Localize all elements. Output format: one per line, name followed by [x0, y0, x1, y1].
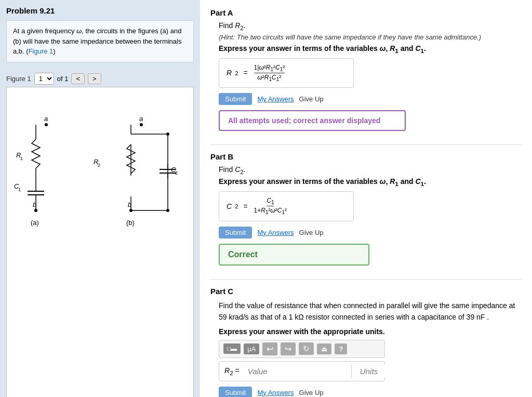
- figure-box: a b R 1 C 1: [6, 87, 194, 398]
- part-c-value-input[interactable]: [244, 365, 352, 378]
- part-c-section: Part C Find the value of resistance that…: [210, 287, 522, 397]
- part-a-my-answers-link[interactable]: My Answers: [257, 95, 294, 103]
- part-a-answer-box: R2 = 1|ω²R1²C1² ω²R1C1²: [219, 58, 354, 88]
- next-figure-button[interactable]: >: [88, 73, 101, 84]
- part-b-correct-box: Correct: [219, 244, 369, 266]
- svg-text:a: a: [44, 115, 48, 123]
- refresh-button[interactable]: ↻: [299, 342, 314, 355]
- svg-text:(b): (b): [126, 219, 135, 227]
- part-b-formula: C2 = C1 1+R1²ω²C1²: [227, 197, 346, 216]
- part-b-title: Part B: [210, 152, 522, 161]
- part-a-title: Part A: [210, 8, 522, 17]
- matrix-button[interactable]: □▬: [223, 343, 241, 354]
- figure-controls: Figure 1 1 of 1 < >: [6, 68, 194, 85]
- divider-ab: [210, 144, 522, 145]
- part-a-find: Find R2.: [219, 21, 522, 31]
- figure-of-text: of 1: [57, 75, 69, 83]
- part-a-status-box: All attempts used; correct answer displa…: [219, 110, 406, 131]
- part-c-title: Part C: [210, 287, 522, 296]
- redo-button[interactable]: ↪: [281, 342, 296, 355]
- problem-title: Problem 9.21: [6, 6, 194, 15]
- undo-button[interactable]: ↩: [262, 342, 277, 355]
- part-b-submit-row: Submit My Answers Give Up: [219, 227, 522, 239]
- svg-point-15: [140, 123, 143, 126]
- part-b-my-answers-link[interactable]: My Answers: [257, 229, 294, 236]
- part-a-formula: R2 = 1|ω²R1²C1² ω²R1C1²: [227, 64, 346, 83]
- part-c-give-up-link[interactable]: Give Up: [299, 389, 324, 396]
- part-c-answer-label: R2 =: [224, 366, 240, 376]
- figure-label: Figure 1: [6, 75, 31, 83]
- mu-button[interactable]: μA: [244, 343, 259, 354]
- svg-text:1: 1: [18, 187, 21, 192]
- part-b-answer-box: C2 = C1 1+R1²ω²C1²: [219, 191, 354, 221]
- part-c-toolbar: □▬ μA ↩ ↪ ↻ ⏏ ?: [219, 340, 385, 358]
- part-a-give-up-link[interactable]: Give Up: [299, 95, 324, 103]
- svg-text:a: a: [139, 115, 143, 123]
- right-panel: Part A Find R2. (Hint: The two circuits …: [200, 0, 532, 397]
- part-b-fraction: C1 1+R1²ω²C1²: [254, 197, 287, 216]
- svg-text:1: 1: [20, 156, 23, 161]
- part-b-instruction: Express your answer in terms of the vari…: [219, 177, 522, 187]
- part-a-fraction: 1|ω²R1²C1² ω²R1C1²: [254, 64, 285, 83]
- keyboard-button[interactable]: ⏏: [317, 343, 331, 354]
- part-c-instruction: Express your answer with the appropriate…: [219, 327, 522, 336]
- part-b-section: Part B Find C2. Express your answer in t…: [210, 152, 522, 268]
- svg-text:2: 2: [98, 163, 100, 168]
- part-b-find: Find C2.: [219, 165, 522, 175]
- figure-link[interactable]: Figure 1: [29, 47, 54, 55]
- divider-bc: [210, 279, 522, 280]
- part-a-hint: (Hint: The two circuits will have the sa…: [219, 33, 522, 41]
- figure-select[interactable]: 1: [34, 73, 54, 85]
- problem-description: At a given frequency ω, the circuits in …: [6, 20, 194, 62]
- part-c-submit-button[interactable]: Submit: [219, 387, 252, 397]
- svg-text:(a): (a): [31, 219, 39, 227]
- part-c-answer-row: R2 =: [219, 361, 385, 381]
- svg-point-32: [166, 133, 169, 136]
- prev-figure-button[interactable]: <: [71, 73, 85, 84]
- part-c-submit-row: Submit My Answers Give Up: [219, 387, 522, 397]
- svg-point-1: [45, 123, 48, 126]
- part-a-section: Part A Find R2. (Hint: The two circuits …: [210, 8, 522, 134]
- part-a-instruction: Express your answer in terms of the vari…: [219, 44, 522, 54]
- part-b-give-up-link[interactable]: Give Up: [299, 229, 324, 236]
- circuit-diagram: a b R 1 C 1: [7, 87, 194, 233]
- part-b-submit-button[interactable]: Submit: [219, 227, 252, 239]
- part-c-description: Find the value of resistance that when c…: [219, 300, 522, 323]
- problem-text: At a given frequency ω, the circuits in …: [13, 27, 181, 55]
- svg-point-33: [166, 209, 169, 212]
- help-button[interactable]: ?: [335, 343, 347, 354]
- part-c-units-input[interactable]: [356, 365, 463, 378]
- part-a-submit-row: Submit My Answers Give Up: [219, 93, 522, 105]
- part-c-my-answers-link[interactable]: My Answers: [257, 389, 294, 396]
- part-a-submit-button[interactable]: Submit: [219, 93, 252, 105]
- left-panel: Problem 9.21 At a given frequency ω, the…: [0, 0, 200, 397]
